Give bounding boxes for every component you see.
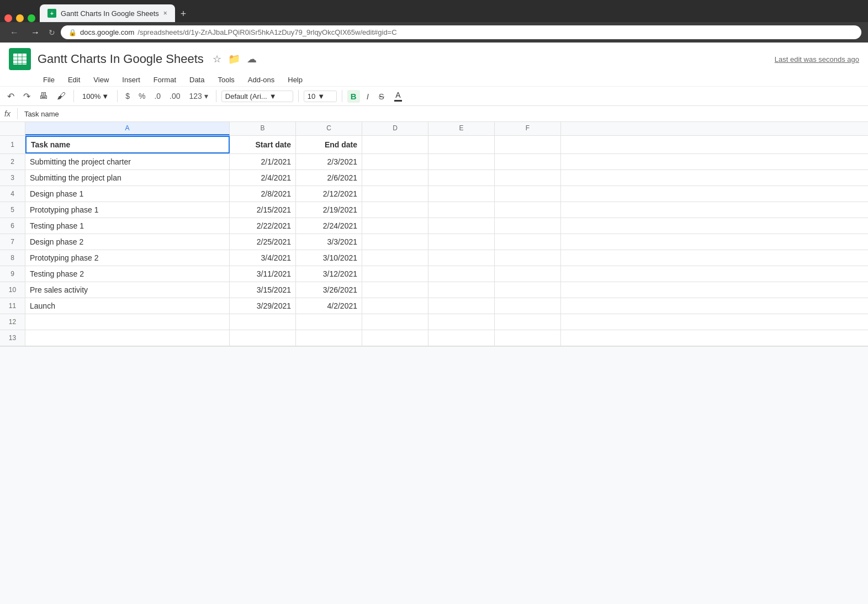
cell-c6[interactable]: 2/24/2021 (296, 218, 362, 234)
cell-a6[interactable]: Testing phase 1 (25, 218, 230, 234)
cell-e13[interactable] (428, 330, 495, 346)
cell-c12[interactable] (296, 314, 362, 330)
col-header-f[interactable]: F (495, 122, 561, 135)
cell-c10[interactable]: 3/26/2021 (296, 282, 362, 298)
maximize-window-button[interactable] (28, 14, 35, 22)
cell-c2[interactable]: 2/3/2021 (296, 154, 362, 169)
cell-c11[interactable]: 4/2/2021 (296, 298, 362, 314)
cell-a5[interactable]: Prototyping phase 1 (25, 202, 230, 218)
cell-a4[interactable]: Design phase 1 (25, 186, 230, 202)
cell-f8[interactable] (495, 250, 561, 266)
percent-button[interactable]: % (136, 90, 148, 102)
cell-a7[interactable]: Design phase 2 (25, 234, 230, 250)
bold-button[interactable]: B (347, 90, 360, 103)
cell-a12[interactable] (25, 314, 230, 330)
cell-a13[interactable] (25, 330, 230, 346)
cell-b11[interactable]: 3/29/2021 (230, 298, 296, 314)
row-number-12[interactable]: 12 (0, 314, 25, 330)
cell-a10[interactable]: Pre sales activity (25, 282, 230, 298)
cell-f12[interactable] (495, 314, 561, 330)
address-bar[interactable]: 🔒 docs.google.com /spreadsheets/d/1y-ZrA… (61, 25, 861, 39)
cell-d9[interactable] (362, 266, 428, 282)
cell-f6[interactable] (495, 218, 561, 234)
menu-addons[interactable]: Add-ons (242, 73, 280, 86)
cell-a3[interactable]: Submitting the project plan (25, 170, 230, 186)
cell-b8[interactable]: 3/4/2021 (230, 250, 296, 266)
cell-f2[interactable] (495, 154, 561, 169)
cell-e5[interactable] (428, 202, 495, 218)
cell-c7[interactable]: 3/3/2021 (296, 234, 362, 250)
col-header-c[interactable]: C (296, 122, 362, 135)
cloud-icon[interactable]: ☁ (247, 53, 257, 65)
back-button[interactable]: ← (7, 27, 22, 39)
row-number-5[interactable]: 5 (0, 202, 25, 218)
col-header-e[interactable]: E (428, 122, 495, 135)
italic-button[interactable]: I (363, 90, 372, 103)
row-number-10[interactable]: 10 (0, 282, 25, 298)
cell-f13[interactable] (495, 330, 561, 346)
new-tab-button[interactable]: + (176, 6, 191, 22)
cell-e11[interactable] (428, 298, 495, 314)
tab-close-button[interactable]: × (163, 9, 167, 17)
menu-view[interactable]: View (88, 73, 114, 86)
cell-f11[interactable] (495, 298, 561, 314)
cell-b5[interactable]: 2/15/2021 (230, 202, 296, 218)
col-header-b[interactable]: B (230, 122, 296, 135)
undo-button[interactable]: ↶ (4, 89, 17, 103)
cell-b12[interactable] (230, 314, 296, 330)
cell-e8[interactable] (428, 250, 495, 266)
menu-insert[interactable]: Insert (117, 73, 146, 86)
row-number-4[interactable]: 4 (0, 186, 25, 202)
cell-c3[interactable]: 2/6/2021 (296, 170, 362, 186)
cell-d8[interactable] (362, 250, 428, 266)
cell-d6[interactable] (362, 218, 428, 234)
move-icon[interactable]: 📁 (228, 53, 240, 65)
menu-edit[interactable]: Edit (62, 73, 86, 86)
cell-c8[interactable]: 3/10/2021 (296, 250, 362, 266)
cell-b4[interactable]: 2/8/2021 (230, 186, 296, 202)
cell-b9[interactable]: 3/11/2021 (230, 266, 296, 282)
cell-b1[interactable]: Start date (230, 136, 296, 153)
currency-button[interactable]: $ (123, 90, 133, 102)
cell-f4[interactable] (495, 186, 561, 202)
cell-f7[interactable] (495, 234, 561, 250)
cell-b13[interactable] (230, 330, 296, 346)
minimize-window-button[interactable] (16, 14, 24, 22)
cell-e3[interactable] (428, 170, 495, 186)
row-number-9[interactable]: 9 (0, 266, 25, 282)
cell-b3[interactable]: 2/4/2021 (230, 170, 296, 186)
cell-e12[interactable] (428, 314, 495, 330)
cell-f5[interactable] (495, 202, 561, 218)
row-number-8[interactable]: 8 (0, 250, 25, 266)
row-number-11[interactable]: 11 (0, 298, 25, 314)
cell-d13[interactable] (362, 330, 428, 346)
cell-e10[interactable] (428, 282, 495, 298)
cell-d4[interactable] (362, 186, 428, 202)
cell-f3[interactable] (495, 170, 561, 186)
decimal-increase-button[interactable]: .00 (167, 90, 183, 102)
menu-file[interactable]: File (38, 73, 60, 86)
cell-a1[interactable]: Task name (25, 136, 230, 153)
star-icon[interactable]: ☆ (213, 53, 221, 65)
print-button[interactable]: 🖶 (36, 89, 51, 103)
cell-d3[interactable] (362, 170, 428, 186)
row-number-2[interactable]: 2 (0, 154, 25, 169)
cell-f9[interactable] (495, 266, 561, 282)
formula-cell-value[interactable]: Task name (24, 110, 59, 118)
cell-d10[interactable] (362, 282, 428, 298)
cell-d12[interactable] (362, 314, 428, 330)
cell-e4[interactable] (428, 186, 495, 202)
cell-e1[interactable] (428, 136, 495, 153)
cell-d2[interactable] (362, 154, 428, 169)
cell-b7[interactable]: 2/25/2021 (230, 234, 296, 250)
cell-f1[interactable] (495, 136, 561, 153)
row-number-13[interactable]: 13 (0, 330, 25, 346)
cell-e2[interactable] (428, 154, 495, 169)
format-123-button[interactable]: 123 ▾ (187, 90, 211, 102)
cell-c13[interactable] (296, 330, 362, 346)
close-window-button[interactable] (4, 14, 12, 22)
menu-data[interactable]: Data (184, 73, 210, 86)
cell-d11[interactable] (362, 298, 428, 314)
cell-a2[interactable]: Submitting the project charter (25, 154, 230, 169)
cell-d7[interactable] (362, 234, 428, 250)
